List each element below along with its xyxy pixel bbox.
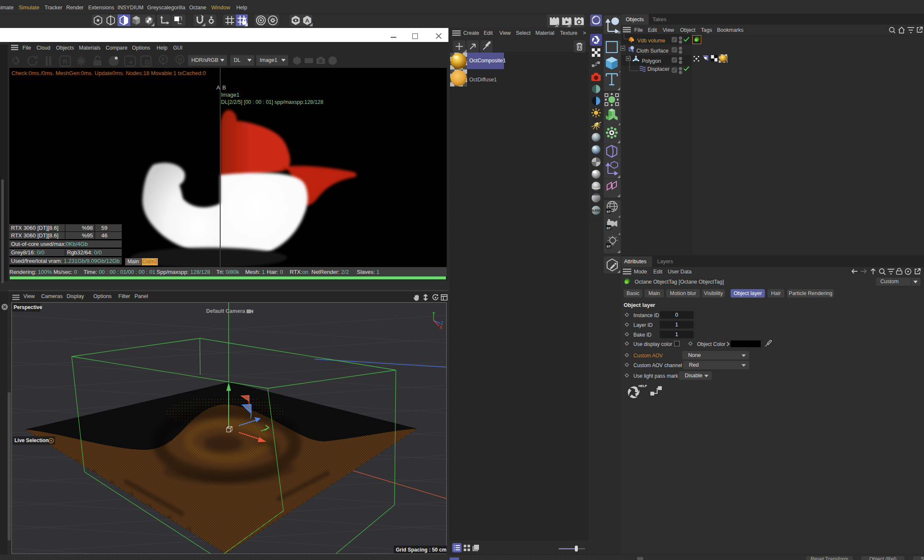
svg-text:R: R [63,58,67,65]
svg-text:Image1: Image1 [221,92,239,98]
svg-text:ST: ST [606,210,610,214]
svg-text:A: A [216,84,220,91]
svg-text:BLEND: BLEND [591,209,601,212]
svg-text:F: F [162,57,165,63]
svg-text:ST: ST [606,245,610,248]
svg-text:A: A [305,17,309,24]
svg-text:B: B [222,84,226,91]
svg-text:DL[2/2/5] [00 : 00 : 01] spp/m: DL[2/2/5] [00 : 00 : 01] spp/maxspp:128/… [221,99,323,105]
svg-text:HELP: HELP [638,384,647,388]
svg-text:X: X [440,325,442,330]
svg-text:Check:0ms./0ms. MeshGen:0ms. U: Check:0ms./0ms. MeshGen:0ms. Update0ms. … [11,70,206,76]
svg-text:Y: Y [432,312,435,316]
svg-text:M: M [178,57,182,63]
svg-text:ST: ST [606,226,610,230]
